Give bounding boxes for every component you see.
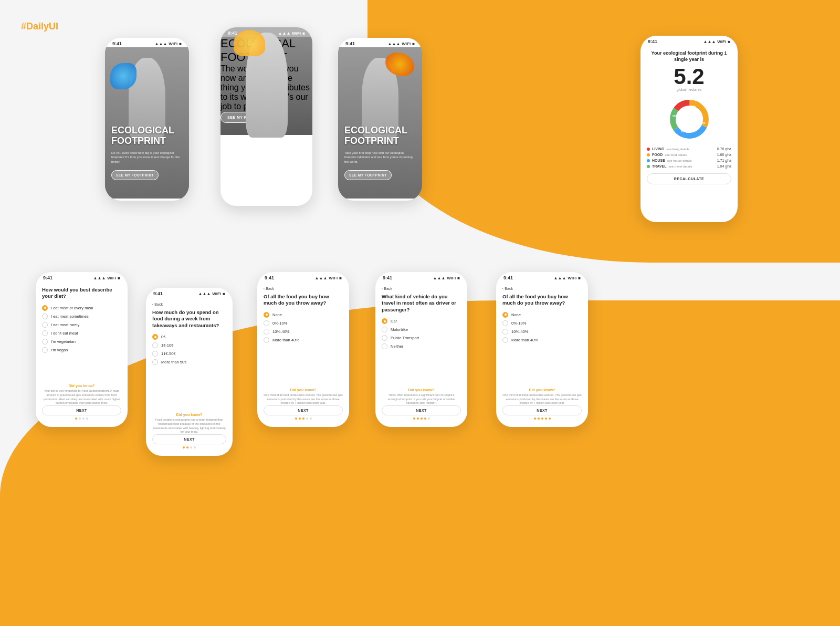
house-link[interactable]: see house details (667, 159, 692, 162)
q1-did-you-know-label: Did you know? (42, 384, 121, 388)
q5-back[interactable]: ‹ Back (502, 287, 582, 290)
q1-next-button[interactable]: NEXT (42, 405, 121, 415)
q4-label-2: Motorbike (391, 327, 408, 332)
q1-option-3[interactable]: I eat meat rarely (42, 322, 121, 328)
q2-radio-2[interactable] (152, 342, 158, 348)
q3-back[interactable]: ‹ Back (264, 287, 343, 290)
q2-icons: ▲▲▲ WiFi ■ (198, 291, 225, 296)
q4-label-4: Neither (391, 344, 403, 349)
q4-radio-3[interactable] (382, 335, 387, 341)
q1-radio-1[interactable] (42, 305, 48, 311)
q1-radio-6[interactable] (42, 347, 48, 353)
q5-option-4[interactable]: More than 40% (502, 337, 582, 343)
q3-back-label: Back (266, 287, 274, 290)
q3-option-1[interactable]: None (264, 312, 343, 318)
q3-option-3[interactable]: 10%-40% (264, 329, 343, 335)
q2-next-button[interactable]: NEXT (152, 434, 226, 444)
splash-screen-1: 9:41 ▲▲▲ WiFi ■ ECOLOGICALFOOTPRINT Do y… (105, 38, 189, 201)
status-icons-3: ▲▲▲ WiFi ■ (388, 41, 415, 46)
q5-radio-3[interactable] (502, 329, 508, 335)
q1-option-4[interactable]: I don't eat meat (42, 330, 121, 336)
q1-option-1[interactable]: I eat meat at every meal (42, 305, 121, 311)
q4-radio-4[interactable] (382, 343, 387, 349)
q5-option-1[interactable]: None (502, 312, 582, 318)
q2-label-4: More than 50€ (161, 360, 186, 364)
q2-option-2[interactable]: 1€-10€ (152, 342, 226, 348)
see-footprint-btn-1[interactable]: SEE MY FOOTPRINT (111, 170, 159, 180)
q5-back-chevron: ‹ (502, 287, 503, 290)
background-blob-top (368, 0, 840, 263)
see-footprint-btn-3[interactable]: SEE MY FOOTPRINT (344, 170, 392, 180)
status-icons-1: ▲▲▲ WiFi ■ (155, 41, 182, 46)
q3-radio-4[interactable] (264, 337, 269, 343)
quiz-screen-2: 9:41 ▲▲▲ WiFi ■ ‹ Back How much do you s… (146, 288, 233, 456)
q2-radio-1[interactable] (152, 334, 158, 340)
q2-back[interactable]: ‹ Back (152, 302, 226, 306)
q3-option-2[interactable]: 0%-10% (264, 320, 343, 326)
q2-radio-3[interactable] (152, 351, 158, 357)
q4-option-1[interactable]: Car (382, 318, 461, 324)
q5-label-1: None (511, 312, 521, 317)
food-link[interactable]: see food details (665, 153, 687, 156)
q5-radio-4[interactable] (502, 337, 508, 343)
q2-dots (152, 444, 226, 451)
q5-dots (502, 415, 582, 422)
q4-option-2[interactable]: Motorbike (382, 327, 461, 332)
q2-back-chevron: ‹ (152, 302, 153, 306)
daily-ui-number: #004 (781, 593, 814, 610)
legend-travel: TRAVEL see travel details 1.04 gha (647, 164, 731, 168)
house-value: 1.71 gha (717, 159, 731, 162)
q2-dot-3 (190, 446, 192, 448)
q5-next-button[interactable]: NEXT (502, 405, 582, 415)
living-link[interactable]: see living details (666, 148, 689, 151)
q3-radio-1[interactable] (264, 312, 269, 318)
splash-title-1: ECOLOGICALFOOTPRINT (111, 126, 183, 147)
q5-back-label: Back (505, 287, 513, 290)
q5-radio-1[interactable] (502, 312, 508, 318)
q4-option-4[interactable]: Neither (382, 343, 461, 349)
q5-option-2[interactable]: 0%-10% (502, 320, 582, 326)
q3-radio-2[interactable] (264, 320, 269, 326)
q4-radio-1[interactable] (382, 318, 387, 324)
travel-link[interactable]: see travel details (668, 165, 692, 168)
quiz-screen-5: 9:41 ▲▲▲ WiFi ■ ‹ Back Of all the food y… (496, 272, 588, 427)
donut-chart: 32% 33% 20% 15% (666, 96, 713, 143)
recalculate-button[interactable]: RECALCULATE (647, 173, 731, 184)
q4-radio-2[interactable] (382, 327, 387, 332)
q4-next-button[interactable]: NEXT (382, 405, 461, 415)
q5-radio-2[interactable] (502, 320, 508, 326)
q4-did-you-know-label: Did you know? (382, 388, 461, 392)
q2-option-4[interactable]: More than 50€ (152, 359, 226, 365)
q3-option-4[interactable]: More than 40% (264, 337, 343, 343)
q1-body: How would you best describe your diet? I… (36, 281, 128, 425)
legend-food: FOOD see food details 1.66 gha (647, 153, 731, 156)
result-status-icons: ▲▲▲ WiFi ■ (704, 39, 730, 44)
food-value: 1.66 gha (717, 153, 731, 156)
q1-radio-3[interactable] (42, 322, 48, 328)
q4-option-3[interactable]: Public Transport (382, 335, 461, 341)
q1-radio-5[interactable] (42, 339, 48, 345)
q4-dot-3 (421, 418, 423, 420)
q3-dot-5 (310, 418, 312, 420)
q1-option-6[interactable]: I'm vegan (42, 347, 121, 353)
q1-option-2[interactable]: I eat meat sometimes (42, 314, 121, 319)
q3-label-3: 10%-40% (272, 329, 290, 334)
house-name: HOUSE (652, 159, 665, 162)
q1-wifi: WiFi (107, 276, 116, 280)
q3-radio-3[interactable] (264, 329, 269, 335)
q2-radio-4[interactable] (152, 359, 158, 365)
q2-option-1[interactable]: 0€ (152, 334, 226, 340)
q3-next-button[interactable]: NEXT (264, 405, 343, 415)
q5-option-3[interactable]: 10%-40% (502, 329, 582, 335)
q4-body: ‹ Back What kind of vehicle do you trave… (375, 281, 467, 425)
q5-question: Of all the food you buy how much do you … (502, 294, 582, 307)
q2-signal: ▲▲▲ (198, 291, 211, 296)
q3-back-chevron: ‹ (264, 287, 265, 290)
q5-icons: ▲▲▲ WiFi ■ (554, 276, 581, 280)
q1-dots (42, 415, 121, 422)
q1-radio-2[interactable] (42, 314, 48, 319)
q2-option-3[interactable]: 11€-50€ (152, 351, 226, 357)
q1-radio-4[interactable] (42, 330, 48, 336)
q4-back[interactable]: ‹ Back (382, 287, 461, 290)
q1-option-5[interactable]: I'm vegetarian (42, 339, 121, 345)
